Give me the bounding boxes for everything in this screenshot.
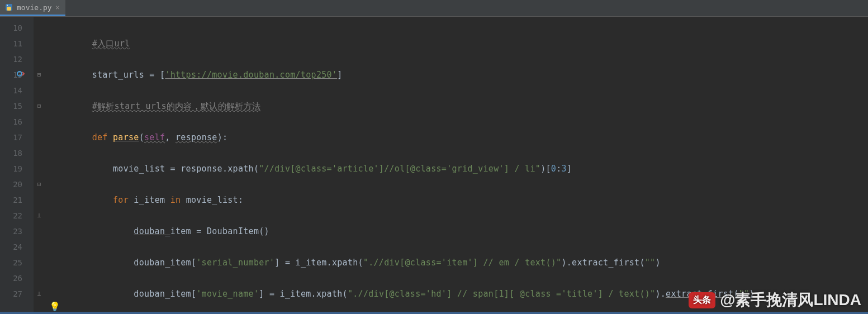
line-number: 18 xyxy=(0,145,22,161)
line-number: 17 xyxy=(0,130,22,145)
close-icon[interactable]: × xyxy=(55,3,60,12)
line-number: 25 xyxy=(0,255,22,270)
fold-toggle-icon[interactable]: ⊟ xyxy=(34,98,45,114)
fold-end-icon[interactable]: ⊥ xyxy=(34,208,45,223)
code-line: def parse(self, response): xyxy=(50,130,755,145)
line-number: 27 xyxy=(0,286,22,302)
intention-bulb-icon[interactable]: 💡 xyxy=(49,301,60,312)
fold-end-icon[interactable]: ⊥ xyxy=(34,286,45,302)
line-number-gutter: 10 11 12 13 14 15 16 17 18 19 20 21 22 2… xyxy=(0,17,34,314)
code-line: #解析start_urls的内容，默认的解析方法 xyxy=(50,98,755,114)
code-editor[interactable]: 10 11 12 13 14 15 16 17 18 19 20 21 22 2… xyxy=(0,17,868,314)
svg-point-2 xyxy=(7,5,8,6)
line-number: 14 xyxy=(0,83,22,98)
fold-toggle-icon[interactable]: ⊟ xyxy=(34,177,45,192)
line-number: 16 xyxy=(0,114,22,130)
line-number: 15 xyxy=(0,98,22,114)
code-line: for i_item in movie_list: xyxy=(50,192,755,208)
code-line: #入口url xyxy=(50,36,755,51)
tab-label: movie.py xyxy=(17,3,52,12)
line-number: 24 xyxy=(0,239,22,255)
line-number: 20 xyxy=(0,177,22,192)
svg-rect-1 xyxy=(7,7,11,11)
code-line: douban_item['serial_number'] = i_item.xp… xyxy=(50,255,755,270)
line-number: 22 xyxy=(0,208,22,223)
override-icon[interactable] xyxy=(17,67,25,83)
line-number: 26 xyxy=(0,270,22,286)
fold-toggle-icon[interactable]: ⊟ xyxy=(34,67,45,83)
line-number: 21 xyxy=(0,192,22,208)
code-line: douban_item = DoubanItem() xyxy=(50,223,755,239)
line-number: 23 xyxy=(0,223,22,239)
fold-column: ⊟ ⊟ ⊟ ⊥ ⊥ xyxy=(34,20,45,302)
code-line: douban_item['movie_name'] = i_item.xpath… xyxy=(50,286,755,302)
file-tab-movie[interactable]: movie.py × xyxy=(0,0,65,16)
code-line: movie_list = response.xpath("//div[@clas… xyxy=(50,161,755,177)
tab-bar: movie.py × xyxy=(0,0,868,17)
code-line: start_urls = ['https://movie.douban.com/… xyxy=(50,67,755,83)
svg-point-3 xyxy=(17,72,22,76)
line-number: 19 xyxy=(0,161,22,177)
code-area[interactable]: #入口url start_urls = ['https://movie.doub… xyxy=(34,17,755,314)
status-bar xyxy=(0,312,868,314)
python-file-icon xyxy=(4,3,13,12)
